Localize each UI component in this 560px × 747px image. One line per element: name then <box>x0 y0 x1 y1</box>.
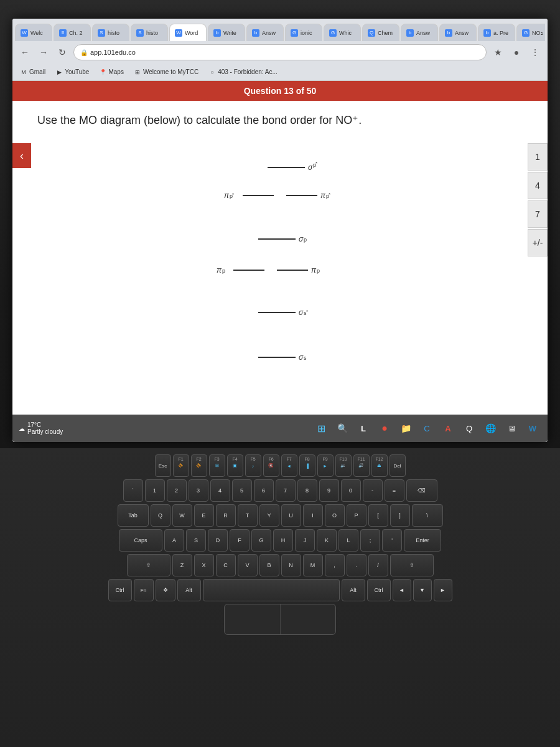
key-delete[interactable]: Del <box>390 454 406 477</box>
key-f7[interactable]: F7◄ <box>281 454 297 477</box>
key-f6[interactable]: F6🔇 <box>263 454 279 477</box>
browser-tab-t9[interactable]: GWhic <box>324 24 361 41</box>
browser-tab-t10[interactable]: QChem <box>362 24 399 41</box>
key-z[interactable]: Z <box>172 554 192 576</box>
key-q[interactable]: Q <box>151 504 170 527</box>
key-l[interactable]: L <box>338 529 358 552</box>
key-rshift[interactable]: ⇧ <box>390 554 434 576</box>
bookmark-2[interactable]: 📍Maps <box>96 67 126 77</box>
back-button[interactable]: ← <box>17 45 32 60</box>
reload-button[interactable]: ↻ <box>55 45 70 60</box>
key-b[interactable]: B <box>259 554 279 576</box>
touchpad-right[interactable] <box>281 604 336 634</box>
key-fn[interactable]: Fn <box>134 579 154 601</box>
menu-button[interactable]: ⋮ <box>528 45 543 60</box>
key-lctrl[interactable]: Ctrl <box>108 579 132 601</box>
touchpad[interactable] <box>224 604 336 635</box>
key-c[interactable]: C <box>216 554 236 576</box>
key-left[interactable]: ◄ <box>393 579 411 601</box>
key-minus[interactable]: - <box>363 479 383 502</box>
bookmark-3[interactable]: ⊞Welcome to MyTCC <box>131 67 201 77</box>
browser-tab-t6[interactable]: bWrite <box>208 24 245 41</box>
key-ralt[interactable]: Alt <box>342 579 365 601</box>
key-down[interactable]: ▼ <box>413 579 432 601</box>
key-x[interactable]: X <box>194 554 214 576</box>
key-f10[interactable]: F10🔉 <box>335 454 352 477</box>
key-o[interactable]: O <box>325 504 345 527</box>
taskbar-app-video[interactable]: ● <box>376 420 393 437</box>
taskbar-app-word[interactable]: W <box>524 420 541 437</box>
key-e[interactable]: E <box>194 504 214 527</box>
bookmark-4[interactable]: ○403 - Forbidden: Ac... <box>206 67 280 77</box>
key-comma[interactable]: , <box>325 554 345 576</box>
key-rbracket[interactable]: ] <box>390 504 410 527</box>
answer-7[interactable]: 7 <box>528 200 548 228</box>
key-f4[interactable]: F4▣ <box>227 454 243 477</box>
key-quote[interactable]: ' <box>382 529 402 552</box>
key-u[interactable]: U <box>281 504 301 527</box>
key-backspace[interactable]: ⌫ <box>406 479 437 502</box>
back-nav-arrow[interactable]: ‹ <box>12 143 31 168</box>
browser-tab-t2[interactable]: ≡Ch. 2 <box>54 24 91 41</box>
taskbar-app-edge[interactable]: C <box>418 420 436 437</box>
forward-button[interactable]: → <box>36 45 51 60</box>
key-3[interactable]: 3 <box>189 479 208 502</box>
key-5[interactable]: 5 <box>232 479 252 502</box>
key-v[interactable]: V <box>238 554 258 576</box>
key-backslash[interactable]: \ <box>412 504 443 527</box>
browser-tab-t1[interactable]: WWelc <box>15 24 52 41</box>
key-2[interactable]: 2 <box>167 479 187 502</box>
key-f2[interactable]: F2🔆 <box>191 454 207 477</box>
key-1[interactable]: 1 <box>145 479 165 502</box>
key-n[interactable]: N <box>281 554 301 576</box>
browser-tab-t4[interactable]: Shisto <box>131 24 168 41</box>
key-j[interactable]: J <box>295 529 315 552</box>
browser-tab-t12[interactable]: bAnsw <box>439 24 477 41</box>
key-4[interactable]: 4 <box>210 479 230 502</box>
key-f9[interactable]: F9► <box>317 454 334 477</box>
key-m[interactable]: M <box>303 554 323 576</box>
touchpad-left[interactable] <box>225 604 281 634</box>
key-period[interactable]: . <box>347 554 366 576</box>
key-6[interactable]: 6 <box>254 479 274 502</box>
key-g[interactable]: G <box>251 529 271 552</box>
key-y[interactable]: Y <box>259 504 279 527</box>
key-tab[interactable]: Tab <box>118 504 149 527</box>
bookmark-0[interactable]: MGmail <box>17 67 48 77</box>
key-f8[interactable]: F8▐ <box>299 454 315 477</box>
browser-tab-t14[interactable]: GNO₂ <box>516 24 545 41</box>
key-9[interactable]: 9 <box>319 479 339 502</box>
key-f[interactable]: F <box>230 529 250 552</box>
key-f5[interactable]: F5♪ <box>245 454 261 477</box>
start-button[interactable]: ⊞ <box>312 420 330 437</box>
key-space[interactable] <box>203 579 340 601</box>
key-w[interactable]: W <box>172 504 192 527</box>
taskbar-app-l[interactable]: L <box>355 420 372 437</box>
key-backtick[interactable]: ` <box>123 479 143 502</box>
answer-plusminus[interactable]: +/- <box>528 229 548 256</box>
bookmark-1[interactable]: ▶YouTube <box>53 67 91 77</box>
answer-4[interactable]: 4 <box>528 172 548 199</box>
taskbar-app-display[interactable]: 🖥 <box>503 420 520 437</box>
key-caps[interactable]: Caps <box>119 529 162 552</box>
key-7[interactable]: 7 <box>276 479 296 502</box>
key-f1[interactable]: F1🔅 <box>173 454 189 477</box>
key-rctrl[interactable]: Ctrl <box>367 579 391 601</box>
browser-tab-t7[interactable]: bAnsw <box>246 24 284 41</box>
key-s[interactable]: S <box>186 529 206 552</box>
address-bar[interactable]: 🔒 app.101edu.co <box>73 44 487 60</box>
answer-1[interactable]: 1 <box>528 143 548 171</box>
key-h[interactable]: H <box>273 529 293 552</box>
key-d[interactable]: D <box>208 529 228 552</box>
key-esc[interactable]: Esc <box>155 454 171 477</box>
browser-tab-t5[interactable]: WWord <box>169 24 207 41</box>
key-semicolon[interactable]: ; <box>360 529 380 552</box>
key-lshift[interactable]: ⇧ <box>127 554 170 576</box>
key-k[interactable]: K <box>317 529 337 552</box>
key-enter[interactable]: Enter <box>404 529 441 552</box>
key-f12[interactable]: F12⏏ <box>371 454 388 477</box>
search-taskbar[interactable]: 🔍 <box>334 420 351 437</box>
profile-button[interactable]: ● <box>509 45 524 60</box>
key-8[interactable]: 8 <box>297 479 317 502</box>
taskbar-app-chrome[interactable]: 🌐 <box>482 420 499 437</box>
